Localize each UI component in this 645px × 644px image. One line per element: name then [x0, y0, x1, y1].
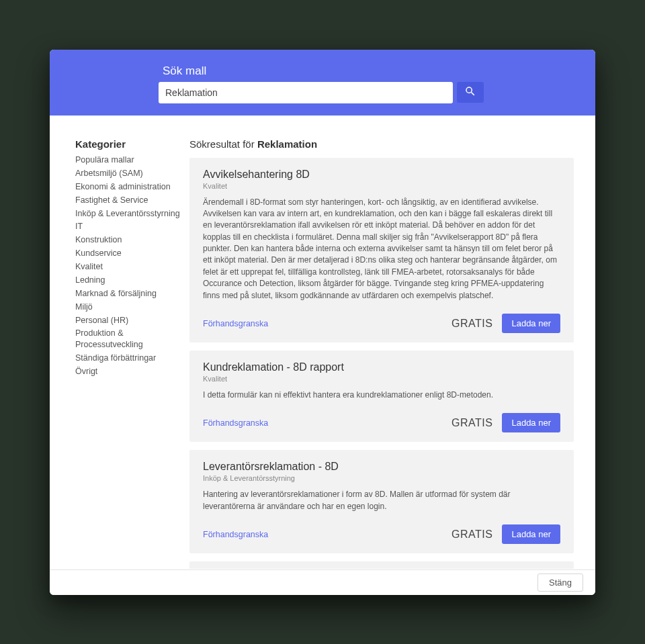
- download-button[interactable]: Ladda ner: [502, 413, 560, 432]
- result-card: Avvikelsehantering 8DKvalitetÄrendemall …: [189, 158, 574, 343]
- result-footer: FörhandsgranskaGRATISLadda ner: [203, 413, 560, 432]
- result-description: Ärendemall i 8D-format som styr hanterin…: [203, 197, 560, 302]
- search-input[interactable]: [159, 82, 453, 103]
- price-label: GRATIS: [452, 528, 492, 541]
- close-button[interactable]: Stäng: [538, 573, 583, 592]
- price-label: GRATIS: [452, 417, 492, 429]
- download-button[interactable]: Ladda ner: [502, 524, 560, 544]
- result-category: Kvalitet: [203, 182, 560, 190]
- result-card: Leverantörsreklamation - 8DInköp & Lever…: [189, 450, 574, 553]
- sidebar-category-item[interactable]: Kundservice: [75, 247, 189, 261]
- price-label: GRATIS: [452, 318, 492, 330]
- search-icon: [464, 85, 476, 99]
- modal-footer: Stäng: [50, 569, 595, 595]
- sidebar-category-item[interactable]: Ständiga förbättringar: [75, 352, 189, 365]
- search-label: Sök mall: [159, 64, 484, 78]
- preview-link[interactable]: Förhandsgranska: [203, 530, 268, 539]
- sidebar-category-item[interactable]: Produktion & Processutveckling: [75, 327, 189, 352]
- results-list[interactable]: Avvikelsehantering 8DKvalitetÄrendemall …: [189, 158, 576, 569]
- sidebar-title: Kategorier: [75, 138, 189, 150]
- results-heading-prefix: Sökresultat för: [189, 138, 257, 150]
- result-description: Hantering av leverantörsreklamationer i …: [203, 489, 560, 512]
- sidebar-category-item[interactable]: IT: [75, 220, 189, 234]
- results-heading-term: Reklamation: [257, 138, 317, 150]
- result-title: Avvikelsehantering 8D: [203, 169, 560, 181]
- search-header: Sök mall: [50, 50, 595, 116]
- category-sidebar: Kategorier Populära mallarArbetsmiljö (S…: [75, 138, 189, 569]
- sidebar-category-item[interactable]: Kvalitet: [75, 261, 189, 274]
- result-card: Reklamation (Livsmedel)KundserviceReklam…: [189, 561, 574, 568]
- sidebar-category-item[interactable]: Populära mallar: [75, 154, 189, 167]
- sidebar-category-item[interactable]: Ledning: [75, 273, 189, 287]
- template-search-modal: Sök mall Kategorier Populära mallarArbet…: [50, 50, 595, 595]
- result-footer: FörhandsgranskaGRATISLadda ner: [203, 314, 560, 333]
- preview-link[interactable]: Förhandsgranska: [203, 418, 268, 428]
- download-button[interactable]: Ladda ner: [502, 314, 560, 333]
- sidebar-category-item[interactable]: Personal (HR): [75, 314, 189, 327]
- preview-link[interactable]: Förhandsgranska: [203, 319, 268, 328]
- sidebar-category-item[interactable]: Marknad & försäljning: [75, 287, 189, 300]
- result-description: I detta formulär kan ni effektivt hanter…: [203, 389, 560, 401]
- results-heading: Sökresultat för Reklamation: [189, 138, 576, 150]
- result-category: Inköp & Leverantörsstyrning: [203, 474, 560, 482]
- sidebar-category-item[interactable]: Ekonomi & administration: [75, 180, 189, 193]
- result-category: Kvalitet: [203, 375, 560, 383]
- result-footer: FörhandsgranskaGRATISLadda ner: [203, 524, 560, 544]
- sidebar-category-item[interactable]: Miljö: [75, 300, 189, 314]
- result-title: Leverantörsreklamation - 8D: [203, 461, 560, 473]
- results-main: Sökresultat för Reklamation Avvikelsehan…: [189, 138, 576, 569]
- search-button[interactable]: [457, 82, 484, 103]
- sidebar-category-item[interactable]: Konstruktion: [75, 234, 189, 247]
- sidebar-category-item[interactable]: Arbetsmiljö (SAM): [75, 167, 189, 180]
- sidebar-category-item[interactable]: Inköp & Leverantörsstyrning: [75, 207, 189, 220]
- sidebar-category-item[interactable]: Övrigt: [75, 365, 189, 379]
- result-card: Kundreklamation - 8D rapportKvalitetI de…: [189, 351, 574, 442]
- result-title: Kundreklamation - 8D rapport: [203, 361, 560, 373]
- sidebar-category-item[interactable]: Fastighet & Service: [75, 193, 189, 207]
